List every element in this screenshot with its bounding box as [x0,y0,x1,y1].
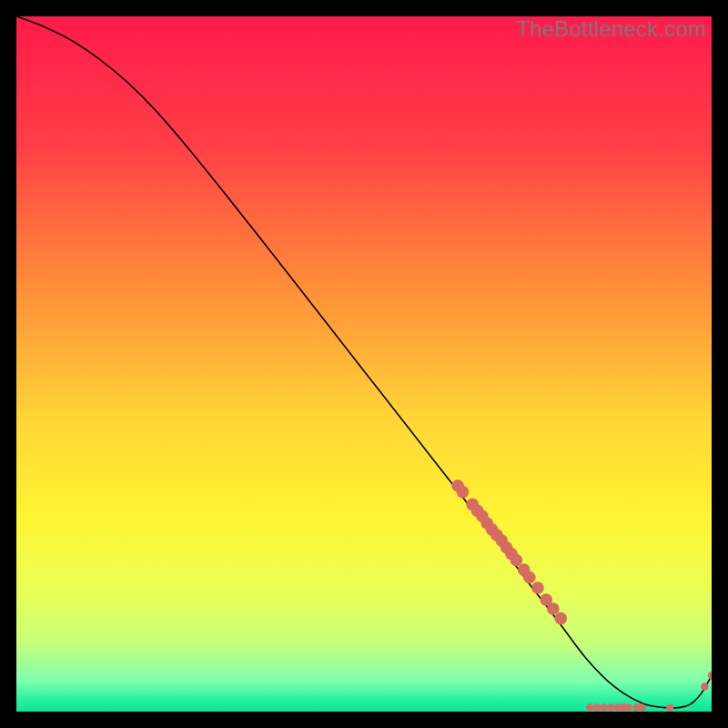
data-markers [451,480,712,712]
data-point [531,581,544,594]
data-point [457,486,470,499]
chart-stage: TheBottleneck.com [0,0,728,728]
data-point [586,703,593,711]
curve-overlay [16,16,712,712]
data-point [708,672,712,679]
data-point [701,682,708,690]
data-point [600,703,607,711]
data-point [666,704,673,712]
data-point [554,612,567,625]
data-point [547,602,560,615]
data-point [607,703,614,711]
bottleneck-curve [16,16,712,708]
plot-area: TheBottleneck.com [16,16,712,712]
data-point [638,703,645,711]
data-point [593,703,601,711]
data-point [523,571,536,584]
data-point [511,554,523,567]
watermark-text: TheBottleneck.com [516,16,706,42]
data-point [624,703,632,711]
